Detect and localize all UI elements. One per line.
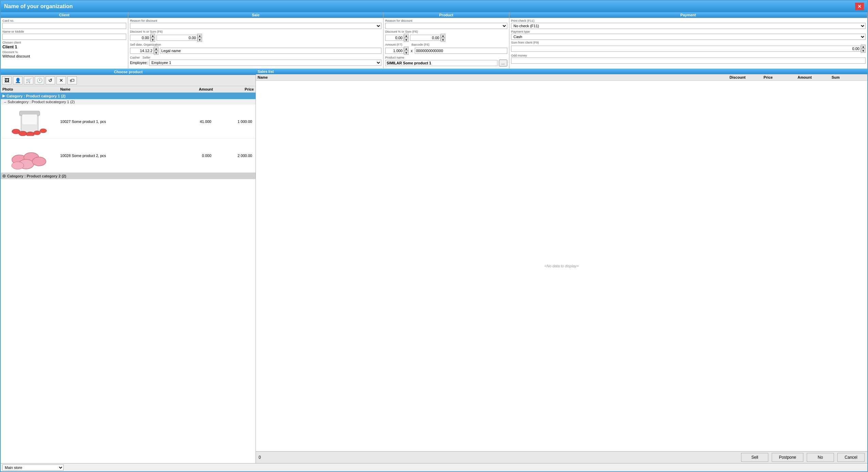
no-button[interactable]: No <box>807 453 834 462</box>
product-panel: Reason for discount Discount % or Sum (F… <box>383 18 509 68</box>
sell-date-input[interactable] <box>130 48 154 54</box>
col-amount: Amount <box>172 87 213 91</box>
product-row[interactable]: 10028 Some product 2, pcs 0.000 2 000.00 <box>1 139 256 173</box>
category-expand-icon: ▶ <box>2 94 5 98</box>
sales-col-name: Name <box>258 75 730 79</box>
category-label: Category : Product category 1 (2) <box>6 94 66 98</box>
sum-client-up[interactable]: ▲ <box>861 45 866 49</box>
product-amount-1: 41.000 <box>174 120 215 124</box>
sales-col-price: Price <box>764 75 798 79</box>
product-discount-val2-down[interactable]: ▼ <box>441 38 445 42</box>
person-icon-button[interactable]: 👤 <box>13 76 22 84</box>
product-price-1: 1 000.00 <box>215 120 256 124</box>
subcategory-label: Subcategory : Product subcategory 1 (2) <box>7 100 75 104</box>
product-name-2: 10028 Some product 2, pcs <box>59 152 174 159</box>
category-2-label: Category : Product category 2 (2) <box>7 174 66 178</box>
sale-discount-val1-up[interactable]: ▲ <box>150 34 155 38</box>
product-list: ▶ Category : Product category 1 (2) – Su… <box>1 93 256 463</box>
seller-select[interactable]: Employee 1 <box>149 60 381 66</box>
payment-type-select[interactable]: Cash <box>511 34 866 40</box>
product-name-input[interactable] <box>385 60 497 66</box>
amount-up[interactable]: ▲ <box>404 47 409 51</box>
name-mobile-input[interactable] <box>2 34 126 40</box>
left-panel: Choose product 🖼 👤 🛒 🕐 ↺ ✕ 🏷 Photo Name … <box>1 69 256 463</box>
pills-svg <box>9 141 50 170</box>
amount-input[interactable] <box>385 48 404 54</box>
odd-money-input[interactable] <box>511 58 866 64</box>
svg-point-5 <box>26 132 34 136</box>
product-discount-val1-input[interactable] <box>385 35 404 41</box>
amount-down[interactable]: ▼ <box>404 51 409 55</box>
card-no-input[interactable] <box>2 23 126 29</box>
image-icon-button[interactable]: 🖼 <box>2 76 12 84</box>
sales-content: <No data to display> <box>256 81 867 451</box>
postpone-button[interactable]: Postpone <box>772 453 803 462</box>
sale-discount-val2-down[interactable]: ▼ <box>197 38 202 42</box>
product-discount-val1-down[interactable]: ▼ <box>404 38 409 42</box>
total-value: 0 <box>259 455 269 460</box>
bottle-svg <box>9 107 50 136</box>
name-mobile-label: Name or Mobile <box>2 30 126 33</box>
bottom-row: 0 Sell Postpone No Cancel <box>256 451 867 463</box>
product-discount-label: Discount % or Sum (F6) <box>385 30 507 33</box>
product-name-1: 10027 Some product 1, pcs <box>59 118 174 125</box>
category-row-2[interactable]: ◎ Category : Product category 2 (2) <box>1 173 256 179</box>
sale-section-header: Sale <box>128 12 383 18</box>
tag-icon-button[interactable]: 🏷 <box>67 76 77 84</box>
sale-discount-val2-up[interactable]: ▲ <box>197 34 202 38</box>
payment-panel: Print check (F11) No check (F11) Payment… <box>509 18 867 68</box>
sum-client-input[interactable] <box>511 46 861 52</box>
card-no-label: Card no. <box>2 19 126 22</box>
chosen-client-value: Client 1 <box>2 45 126 49</box>
close-button[interactable]: ✕ <box>855 3 864 10</box>
casher-prefix: Employee: <box>130 61 148 65</box>
choose-product-bar: Choose product <box>1 69 256 75</box>
sell-date-up[interactable]: ▲ <box>154 47 159 51</box>
right-panel: Sales list Name Discount Price Amount Su… <box>256 69 867 463</box>
sale-discount-val2-input[interactable] <box>157 35 197 41</box>
org-input[interactable] <box>160 48 381 54</box>
col-price: Price <box>213 87 254 91</box>
amount-barcode-label: Amount (F7) Barcode (F6) <box>385 43 507 46</box>
main-area: Choose product 🖼 👤 🛒 🕐 ↺ ✕ 🏷 Photo Name … <box>1 69 867 463</box>
delete-icon-button[interactable]: ✕ <box>56 76 66 84</box>
subcategory-row[interactable]: – Subcategory : Product subcategory 1 (2… <box>1 99 256 105</box>
sale-discount-val1-down[interactable]: ▼ <box>150 38 155 42</box>
discount-label: Discount % <box>2 50 126 54</box>
product-photo-1 <box>1 105 59 138</box>
subcategory-collapse-icon: – <box>4 100 6 104</box>
discount-value: Without discount <box>2 54 126 58</box>
product-discount-val2-input[interactable] <box>410 35 441 41</box>
refresh-icon-button[interactable]: ↺ <box>46 76 55 84</box>
cancel-button[interactable]: Cancel <box>837 453 865 462</box>
svg-point-11 <box>32 157 46 166</box>
sell-button[interactable]: Sell <box>741 453 768 462</box>
barcode-input[interactable] <box>415 48 508 54</box>
sales-col-discount: Discount <box>730 75 764 79</box>
toolbar: 🖼 👤 🛒 🕐 ↺ ✕ 🏷 <box>1 75 256 86</box>
product-row[interactable]: 10027 Some product 1, pcs 41.000 1 000.0… <box>1 105 256 139</box>
product-discount-val1-up[interactable]: ▲ <box>404 34 409 38</box>
sell-date-down[interactable]: ▼ <box>154 51 159 55</box>
sale-discount-val1-input[interactable] <box>130 35 150 41</box>
ellipsis-button[interactable]: ... <box>499 60 507 66</box>
client-section-header: Client <box>1 12 128 18</box>
sales-col-amount: Amount <box>798 75 832 79</box>
top-area: Card no. Name or Mobile Chosen client Cl… <box>1 18 867 69</box>
store-select[interactable]: Main store <box>2 465 64 471</box>
cart-icon-button[interactable]: 🛒 <box>24 76 33 84</box>
sale-reason-select[interactable] <box>130 23 381 29</box>
category-row[interactable]: ▶ Category : Product category 1 (2) <box>1 93 256 99</box>
product-price-2: 2 000.00 <box>215 154 256 158</box>
sum-client-down[interactable]: ▼ <box>861 49 866 53</box>
payment-type-label: Payment type <box>511 30 866 33</box>
odd-money-label: Odd money <box>511 54 866 57</box>
col-name: Name <box>60 87 172 91</box>
product-reason-select[interactable] <box>385 23 507 29</box>
print-check-select[interactable]: No check (F11) <box>511 23 866 29</box>
sum-client-label: Sum from client (F9) <box>511 41 866 44</box>
clock-icon-button[interactable]: 🕐 <box>35 76 44 84</box>
product-discount-val2-up[interactable]: ▲ <box>441 34 445 38</box>
product-name-label: Product name <box>385 56 507 59</box>
sale-reason-label: Reason for discount <box>130 19 381 22</box>
